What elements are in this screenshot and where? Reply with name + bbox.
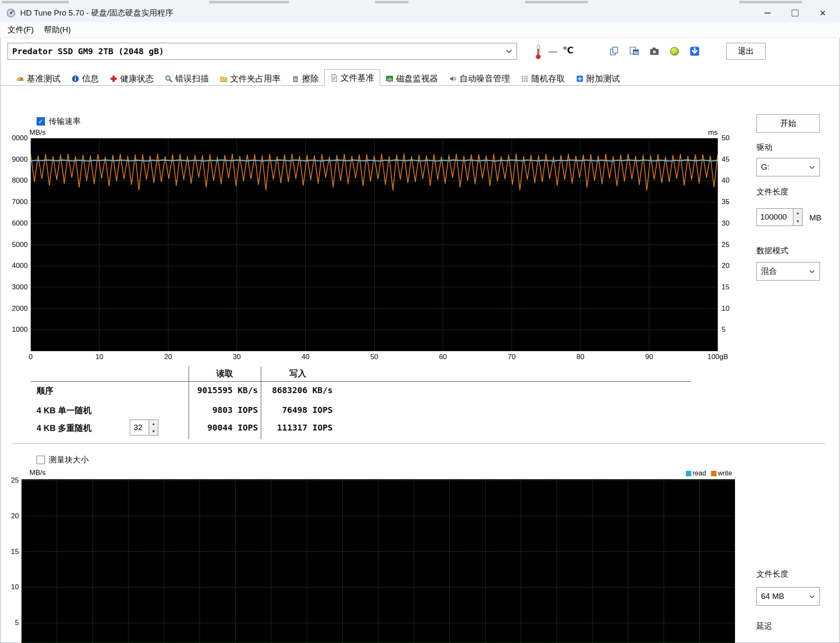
background-text-fragment — [739, 1, 802, 3]
axis-tick: 9000 — [12, 155, 28, 164]
benchmark-icon — [16, 75, 24, 83]
axis-tick: 6000 — [12, 219, 28, 228]
exit-button[interactable]: 退出 — [726, 43, 766, 60]
axis-tick: 5 — [722, 325, 725, 334]
window-title: HD Tune Pro 5.70 - 硬盘/固态硬盘实用程序 — [20, 8, 173, 18]
axis-tick: 80 — [576, 353, 584, 361]
random-access-icon — [521, 75, 529, 83]
close-icon: ✕ — [819, 8, 826, 18]
file-benchmark-icon — [330, 74, 338, 82]
tab-label: 文件夹占用率 — [230, 73, 281, 84]
transfer-rate-chart — [31, 138, 718, 351]
file-length-label: 文件长度 — [756, 186, 788, 197]
axis-tick: 0 — [29, 353, 32, 361]
tab-bar: 基准测试 信息 健康状态 错误扫描 — [11, 71, 625, 86]
minimize-button[interactable] — [753, 4, 781, 22]
background-window-strip — [0, 0, 840, 4]
tab-file-benchmark[interactable]: 文件基准 — [324, 69, 380, 86]
results-row-label: 4 KB 单一随机 — [37, 405, 92, 416]
start-button[interactable]: 开始 — [756, 114, 820, 133]
temperature-value: — — [549, 46, 557, 56]
maximize-button[interactable] — [781, 4, 809, 22]
drive-dropdown[interactable]: G: — [756, 158, 820, 176]
y-axis-right-caption: ms — [708, 129, 718, 137]
background-text-fragment — [209, 1, 289, 3]
menu-help[interactable]: 帮助(H) — [39, 22, 76, 38]
axis-tick: 1000 — [12, 325, 28, 334]
block-size-label: 测量块大小 — [49, 454, 89, 465]
copy-button[interactable] — [604, 43, 624, 60]
tab-health[interactable]: 健康状态 — [104, 71, 159, 86]
folder-usage-icon — [220, 75, 228, 83]
axis-tick: 30 — [722, 219, 730, 228]
block-file-length-value: 64 MB — [761, 592, 784, 601]
legend-write: write — [711, 470, 732, 477]
thermometer-icon — [534, 44, 543, 60]
block-size-checkbox[interactable]: 测量块大小 — [37, 454, 89, 465]
tab-label: 随机存取 — [531, 73, 565, 84]
axis-tick: 10 — [95, 353, 103, 361]
tab-aam[interactable]: 自动噪音管理 — [444, 71, 515, 86]
axis-tick: 3000 — [12, 283, 28, 291]
latency-label: 延迟 — [756, 621, 772, 632]
queue-depth-stepper[interactable]: ▲ ▼ — [130, 420, 158, 436]
queue-depth-input[interactable] — [130, 420, 149, 436]
tab-label: 磁盘监视器 — [396, 73, 438, 84]
file-length-stepper[interactable]: ▲ ▼ — [756, 208, 803, 226]
results-write-value: 8683206 KB/s — [263, 385, 333, 395]
results-divider-vertical — [261, 366, 261, 439]
axis-tick: 40 — [302, 353, 310, 361]
window-controls: ✕ — [753, 4, 837, 22]
download-button[interactable] — [685, 43, 705, 60]
file-length-input[interactable] — [756, 208, 793, 226]
tab-info[interactable]: 信息 — [66, 71, 104, 86]
background-text-fragment — [375, 1, 409, 3]
tab-error-scan[interactable]: 错误扫描 — [159, 71, 214, 86]
block-size-chart — [21, 479, 735, 643]
tab-benchmark[interactable]: 基准测试 — [11, 71, 66, 86]
tab-label: 错误扫描 — [175, 73, 209, 84]
tab-random-access[interactable]: 随机存取 — [515, 71, 570, 86]
results-write-value: 111317 IOPS — [263, 423, 333, 433]
copy-report-icon — [629, 46, 640, 57]
axis-tick: 0000 — [12, 134, 28, 142]
axis-tick: 7000 — [12, 198, 28, 206]
file-length-unit: MB — [809, 213, 822, 223]
chart-legend: read write — [686, 470, 732, 477]
data-mode-dropdown[interactable]: 混合 — [756, 262, 820, 281]
results-read-value: 9803 IOPS — [191, 405, 258, 415]
axis-tick: 60 — [439, 353, 447, 361]
tab-folder-usage[interactable]: 文件夹占用率 — [214, 71, 286, 86]
menu-file[interactable]: 文件(F) — [3, 22, 39, 38]
stepper-down-icon[interactable]: ▼ — [793, 218, 802, 226]
toolbar-icon-group — [604, 43, 705, 60]
copy-report-button[interactable] — [624, 43, 644, 60]
disk-monitor-icon — [386, 75, 394, 83]
stepper-buttons: ▲ ▼ — [793, 208, 803, 226]
axis-tick: 50 — [370, 353, 378, 361]
screenshot-button[interactable] — [644, 43, 664, 60]
stepper-down-icon[interactable]: ▼ — [149, 428, 158, 436]
axis-tick: 25 — [722, 241, 730, 249]
tab-extra-tests[interactable]: 附加测试 — [570, 71, 625, 86]
background-text-fragment — [525, 1, 588, 3]
menu-bar: 文件(F) 帮助(H) — [0, 22, 840, 38]
axis-tick: 15 — [11, 548, 19, 556]
stepper-up-icon[interactable]: ▲ — [793, 209, 802, 218]
close-button[interactable]: ✕ — [809, 4, 837, 22]
camera-icon — [649, 46, 660, 57]
color-options-button[interactable] — [664, 43, 685, 60]
tab-erase[interactable]: 擦除 — [286, 71, 324, 86]
tab-disk-monitor[interactable]: 磁盘监视器 — [380, 71, 444, 86]
tab-label: 文件基准 — [341, 72, 374, 84]
temperature-unit: ℃ — [563, 45, 573, 55]
stepper-up-icon[interactable]: ▲ — [149, 420, 158, 428]
health-icon — [110, 75, 118, 83]
drive-selector[interactable]: Predator SSD GM9 2TB (2048 gB) — [8, 43, 517, 60]
legend-read-label: read — [693, 470, 706, 477]
axis-tick: 50 — [722, 134, 730, 142]
chevron-down-icon — [809, 165, 815, 169]
block-file-length-dropdown[interactable]: 64 MB — [756, 587, 820, 606]
legend-read: read — [686, 470, 706, 477]
transfer-rate-checkbox[interactable]: ✓ 传输速率 — [37, 116, 81, 127]
